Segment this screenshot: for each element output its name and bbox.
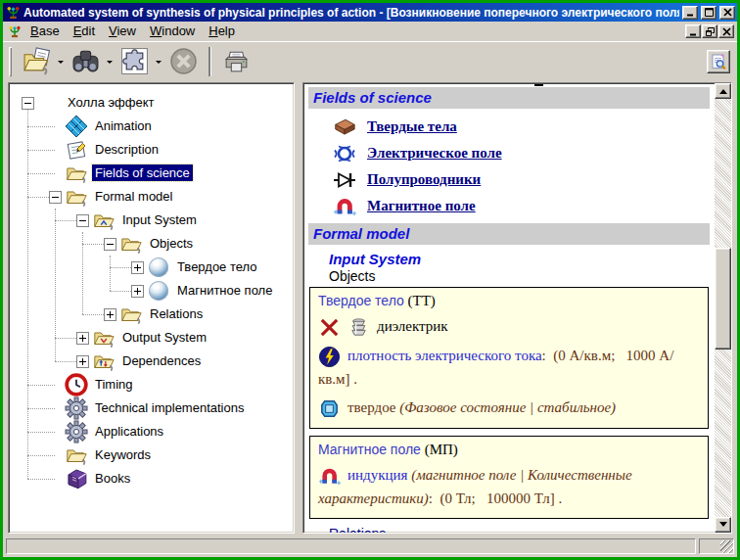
tree-expander-minus[interactable] — [104, 238, 116, 251]
toolbar-open-button[interactable] — [18, 44, 55, 79]
electric-field-icon — [333, 142, 356, 165]
scroll-up-button[interactable] — [715, 83, 731, 99]
app-icon[interactable] — [6, 5, 21, 20]
tree-item-output-system[interactable]: Output System — [11, 326, 292, 350]
tree-item-objects[interactable]: Objects — [11, 232, 292, 256]
toolbar-grip[interactable] — [9, 47, 12, 76]
toolbar-preview-button[interactable] — [707, 50, 730, 73]
open-folder-icon — [23, 47, 51, 75]
folder-icon — [65, 444, 88, 466]
scroll-thumb[interactable] — [715, 248, 731, 350]
tree-item-fields-of-science[interactable]: Fields of science — [11, 162, 292, 185]
document-view: Fields of scienceТвердые телаЭлектрическ… — [303, 83, 715, 533]
panel-splitter[interactable] — [295, 82, 302, 534]
tree-expander-plus[interactable] — [131, 261, 144, 274]
window-title: Automated system of synthesis of physica… — [23, 6, 679, 20]
property-text: : (0 Тл; 100000 Тл] . — [429, 490, 562, 506]
science-field-link-твердые-тела[interactable]: Твердые тела — [367, 118, 457, 135]
tree-item-label: Formal model — [92, 188, 175, 205]
tree-item-timing[interactable]: Timing — [11, 373, 292, 397]
tree-item-магнитное-поле[interactable]: Магнитное поле — [11, 279, 292, 303]
preview-icon — [710, 53, 727, 70]
property-link[interactable]: плотность электрического тока — [347, 348, 542, 363]
toolbar-synthesis-button[interactable] — [116, 44, 153, 79]
toolbar-open-dropdown[interactable] — [55, 44, 67, 79]
tree-item-applications[interactable]: Applications — [11, 420, 292, 443]
close-button[interactable] — [719, 6, 735, 20]
tree-item-label: Keywords — [92, 446, 154, 463]
toolbar — [3, 41, 737, 80]
property-row: плотность электрического тока: (0 А/кв.м… — [318, 345, 700, 391]
link-icon-slot — [331, 142, 358, 165]
tree-item-description[interactable]: Description — [11, 138, 292, 162]
tree-expander-minus[interactable] — [49, 191, 62, 204]
maximize-button[interactable] — [701, 6, 717, 20]
tree-icon-slot — [64, 162, 89, 185]
property-text: твердое — [347, 399, 399, 415]
tree-item-холла-эффект[interactable]: Холла эффект — [11, 91, 292, 115]
lightning-icon — [318, 346, 341, 368]
tree-item-books[interactable]: Books — [11, 467, 292, 490]
tree-item-formal-model[interactable]: Formal model — [11, 185, 292, 209]
tree-expander-plus[interactable] — [76, 355, 89, 368]
tree-icon-slot — [118, 232, 144, 256]
animation-diamond-icon — [65, 115, 88, 138]
tree-expander-minus[interactable] — [76, 214, 89, 227]
tree-expander-plus[interactable] — [76, 332, 89, 345]
toolbar-print-button[interactable] — [217, 44, 254, 79]
mdi-child-icon[interactable] — [6, 23, 23, 39]
tree-item-keywords[interactable]: Keywords — [11, 443, 292, 467]
tree-item-label: Technical implementations — [92, 399, 247, 416]
status-bar — [3, 537, 737, 557]
menu-item-view[interactable]: View — [102, 23, 143, 40]
toolbar-synthesis-dropdown[interactable] — [153, 44, 164, 79]
tree-item-label: Output System — [119, 329, 209, 346]
science-field-row: Электрическое поле — [331, 140, 713, 166]
minimize-button[interactable] — [682, 6, 698, 20]
brick-icon — [333, 117, 356, 136]
tree-connector — [27, 432, 55, 433]
science-field-link-полупроводники[interactable]: Полупроводники — [367, 171, 481, 188]
content-line-objects: Objects — [329, 268, 713, 284]
object-box-магнитное-поле: Магнитное поле (МП)индукция (магнитное п… — [309, 436, 709, 519]
tree-expander-plus[interactable] — [104, 308, 116, 321]
tree-item-label: Магнитное поле — [174, 282, 275, 299]
menu-item-edit[interactable]: Edit — [67, 23, 102, 40]
app-icon — [8, 24, 22, 38]
tree-item-relations[interactable]: Relations — [11, 303, 292, 326]
tree-item-dependences[interactable]: Dependences — [11, 350, 292, 373]
menu-item-help[interactable]: Help — [202, 23, 242, 40]
tree-panel: Холла эффектAnimationDescriptionFields o… — [8, 82, 295, 534]
object-name[interactable]: Твердое тело — [318, 293, 404, 308]
mdi-restore-button[interactable] — [702, 24, 717, 38]
toolbar-search-button[interactable] — [67, 44, 104, 79]
toolbar-stop-button[interactable] — [164, 44, 202, 79]
property-link[interactable]: индукция — [347, 467, 411, 483]
resize-grip[interactable] — [720, 540, 733, 553]
section-header-fields-of-science: Fields of science — [308, 87, 710, 109]
mdi-close-button[interactable] — [718, 24, 734, 38]
tree-item-твердое-тело[interactable]: Твердое тело — [11, 256, 292, 279]
menu-item-window[interactable]: Window — [143, 23, 202, 40]
science-field-link-электрическое-поле[interactable]: Электрическое поле — [367, 145, 502, 162]
mdi-minimize-button[interactable] — [685, 24, 701, 38]
toolbar-search-dropdown[interactable] — [104, 44, 116, 79]
tree-icon-slot — [64, 115, 89, 138]
scroll-down-button[interactable] — [715, 517, 731, 533]
tree-item-animation[interactable]: Animation — [11, 115, 292, 138]
tree-expander-plus[interactable] — [131, 285, 144, 298]
status-panel-main — [6, 538, 696, 554]
property-text: диэлектрик — [377, 318, 448, 334]
science-field-link-магнитное-поле[interactable]: Магнитное поле — [367, 198, 476, 214]
tree-expander-minus[interactable] — [22, 97, 34, 110]
tree-icon-slot — [91, 326, 116, 350]
tree-item-technical-implementations[interactable]: Technical implementations — [11, 397, 292, 420]
main-area: Холла эффектAnimationDescriptionFields o… — [3, 80, 737, 537]
red-x-icon — [318, 316, 341, 339]
tree-item-input-system[interactable]: Input System — [11, 209, 292, 232]
vertical-scrollbar[interactable] — [715, 83, 731, 533]
tree-icon-slot — [91, 209, 116, 232]
tree-connector — [27, 408, 55, 409]
object-name[interactable]: Магнитное поле — [318, 442, 421, 457]
menu-item-base[interactable]: Base — [23, 23, 67, 40]
